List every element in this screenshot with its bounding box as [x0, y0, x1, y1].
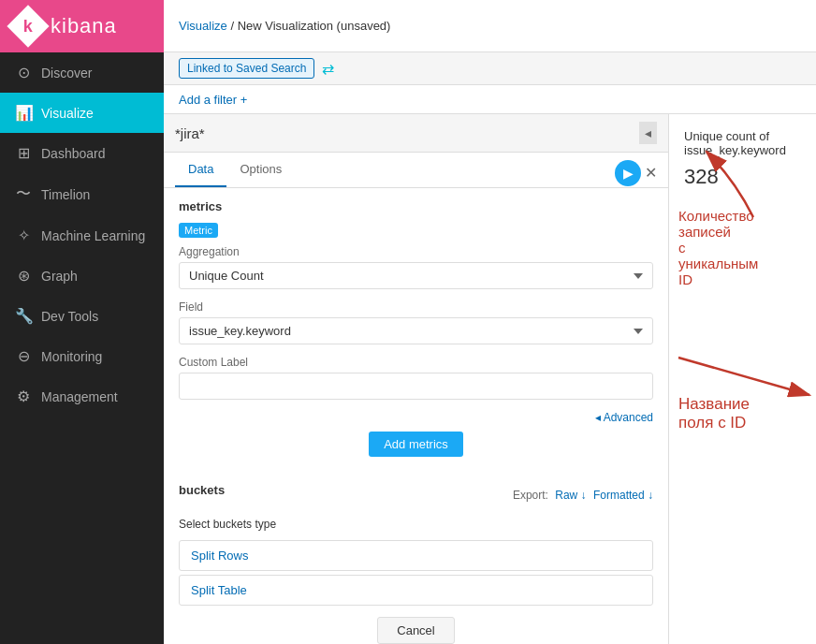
- buckets-section: buckets Export: Raw ↓ Formatted ↓ Select…: [164, 483, 668, 606]
- sidebar-item-label: Discover: [41, 66, 92, 80]
- sidebar-item-visualize[interactable]: 📊 Visualize: [0, 93, 164, 133]
- add-filter-button[interactable]: Add a filter +: [179, 93, 247, 107]
- logo-diamond: k: [7, 5, 49, 47]
- field-group: Field issue_key.keyword: [179, 300, 653, 344]
- management-icon: ⚙: [15, 388, 32, 405]
- custom-label-label: Custom Label: [179, 356, 653, 369]
- breadcrumb: Visualize / New Visualization (unsaved): [179, 19, 390, 33]
- sidebar-nav: ⊙ Discover 📊 Visualize ⊞ Dashboard 〜 Tim…: [0, 52, 164, 644]
- tab-data[interactable]: Data: [175, 153, 226, 187]
- buckets-title: buckets: [179, 483, 225, 497]
- close-panel-button[interactable]: ✕: [645, 164, 657, 182]
- cancel-button[interactable]: Cancel: [377, 617, 454, 644]
- sync-icon[interactable]: ⇄: [322, 60, 334, 78]
- sidebar-item-timelion[interactable]: 〜 Timelion: [0, 173, 164, 215]
- aggregation-group: Aggregation Unique Count Count Average S…: [179, 245, 653, 289]
- content-area: *jira* ◂ Data Options ▶ ✕ metrics Metric: [164, 114, 816, 644]
- export-formatted-link[interactable]: Formatted ↓: [593, 489, 653, 502]
- sidebar-item-label: Management: [41, 389, 118, 404]
- sidebar-item-label: Visualize: [41, 106, 94, 121]
- dashboard-icon: ⊞: [15, 144, 32, 162]
- monitoring-icon: ⊖: [15, 347, 32, 365]
- export-label: Export:: [513, 489, 548, 502]
- panel-tabs: Data Options ▶ ✕: [164, 153, 668, 188]
- annotation-count-text: Количество записейс уникальным ID: [678, 208, 758, 287]
- sidebar-item-label: Dashboard: [41, 146, 106, 161]
- logo-text: kibana: [51, 14, 117, 38]
- sidebar-item-graph[interactable]: ⊛ Graph: [0, 256, 164, 296]
- add-metrics-button[interactable]: Add metrics: [369, 432, 463, 457]
- export-raw-link[interactable]: Raw ↓: [555, 489, 586, 502]
- buckets-header: buckets Export: Raw ↓ Formatted ↓: [179, 483, 653, 506]
- field-label: Field: [179, 300, 653, 314]
- advanced-link[interactable]: ◂ Advanced: [179, 411, 653, 424]
- custom-label-input[interactable]: [179, 373, 653, 400]
- split-rows-option[interactable]: Split Rows: [179, 540, 653, 571]
- sidebar-item-label: Dev Tools: [41, 309, 98, 324]
- graph-icon: ⊛: [15, 267, 32, 285]
- right-panel: Unique count of issue_key.keyword 328 Ко…: [669, 114, 816, 644]
- sidebar: k kibana ⊙ Discover 📊 Visualize ⊞ Dashbo…: [0, 0, 164, 644]
- sidebar-item-label: Graph: [41, 269, 78, 284]
- tab-actions: ▶ ✕: [615, 153, 657, 187]
- discover-icon: ⊙: [15, 64, 32, 81]
- aggregation-select[interactable]: Unique Count Count Average Sum Min Max: [179, 262, 653, 289]
- metric-badge: Metric: [179, 223, 218, 238]
- metrics-title: metrics: [179, 199, 653, 213]
- tab-options[interactable]: Options: [226, 153, 295, 187]
- sidebar-item-label: Machine Learning: [41, 228, 145, 243]
- export-links: Export: Raw ↓ Formatted ↓: [513, 489, 653, 502]
- search-bar: *jira* ◂: [164, 114, 668, 153]
- aggregation-label: Aggregation: [179, 245, 653, 258]
- sidebar-item-dashboard[interactable]: ⊞ Dashboard: [0, 133, 164, 173]
- field-select[interactable]: issue_key.keyword: [179, 317, 653, 344]
- linked-saved-search[interactable]: Linked to Saved Search: [179, 58, 314, 79]
- custom-label-group: Custom Label: [179, 356, 653, 400]
- metric-item: Metric: [179, 223, 653, 238]
- run-button[interactable]: ▶: [615, 160, 641, 186]
- sidebar-item-discover[interactable]: ⊙ Discover: [0, 52, 164, 93]
- sidebar-item-management[interactable]: ⚙ Management: [0, 376, 164, 417]
- select-buckets-type-label: Select buckets type: [179, 514, 653, 534]
- sidebar-item-label: Monitoring: [41, 349, 102, 364]
- search-query: *jira*: [175, 125, 205, 141]
- main: Visualize / New Visualization (unsaved) …: [164, 0, 816, 644]
- annotation-field-text: Название поля с ID: [678, 395, 750, 432]
- devtools-icon: 🔧: [15, 307, 32, 325]
- sidebar-item-dev-tools[interactable]: 🔧 Dev Tools: [0, 296, 164, 336]
- topbar: Visualize / New Visualization (unsaved): [164, 0, 816, 52]
- sidebar-item-machine-learning[interactable]: ✧ Machine Learning: [0, 215, 164, 256]
- timelion-icon: 〜: [15, 184, 32, 204]
- logo: k kibana: [0, 0, 164, 52]
- breadcrumb-current: New Visualization (unsaved): [238, 19, 391, 33]
- breadcrumb-visualize[interactable]: Visualize: [179, 19, 227, 33]
- panel-content: metrics Metric Aggregation Unique Count …: [164, 188, 668, 644]
- logo-icon: k: [23, 16, 33, 36]
- metrics-section: metrics Metric Aggregation Unique Count …: [164, 188, 668, 483]
- ml-icon: ✧: [15, 227, 32, 244]
- split-table-option[interactable]: Split Table: [179, 575, 653, 606]
- visualize-icon: 📊: [15, 104, 32, 122]
- filterbar: Add a filter +: [164, 85, 816, 114]
- sidebar-item-monitoring[interactable]: ⊖ Monitoring: [0, 336, 164, 376]
- subbar: Linked to Saved Search ⇄: [164, 52, 816, 85]
- left-panel: *jira* ◂ Data Options ▶ ✕ metrics Metric: [164, 114, 669, 644]
- sidebar-item-label: Timelion: [41, 187, 90, 202]
- collapse-panel-button[interactable]: ◂: [639, 122, 657, 144]
